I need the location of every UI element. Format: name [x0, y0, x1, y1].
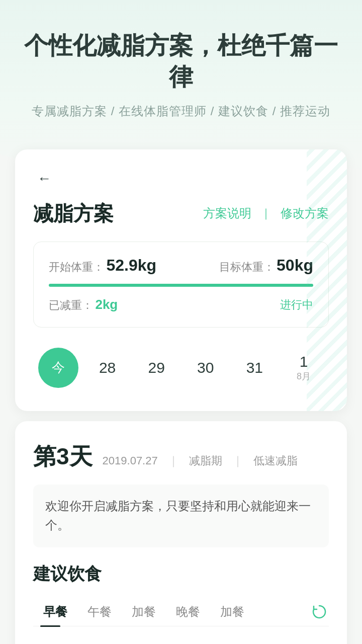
weight-lost-group: 已减重： 2kg	[49, 297, 118, 313]
weight-lost-value: 2kg	[95, 297, 118, 312]
calendar-day-1[interactable]: 1 8月	[284, 348, 324, 388]
plan-modify-button[interactable]: 修改方案	[281, 205, 329, 221]
refresh-icon-svg	[311, 604, 327, 620]
diet-title: 建议饮食	[33, 562, 329, 586]
back-button[interactable]: ←	[33, 168, 55, 190]
main-plan-card: ← 减脂方案 方案说明 ｜ 修改方案 开始体重： 52.9kg 目标体重： 50…	[15, 149, 347, 411]
cal-month-august: 8月	[297, 370, 311, 382]
cal-day-29: 29	[148, 359, 165, 376]
tab-snack1[interactable]: 加餐	[122, 598, 166, 626]
tab-dinner[interactable]: 晚餐	[166, 598, 210, 626]
start-weight-value: 52.9kg	[106, 256, 156, 274]
calendar-day-29[interactable]: 29	[136, 348, 176, 388]
cal-day-1: 1	[300, 353, 308, 370]
calendar-day-30[interactable]: 30	[186, 348, 226, 388]
day-meta: 2019.07.27 ｜ 减脂期 ｜ 低速减脂	[103, 453, 298, 468]
welcome-text: 欢迎你开启减脂方案，只要坚持和用心就能迎来一个。	[33, 485, 329, 547]
card-header: 减脂方案 方案说明 ｜ 修改方案	[33, 200, 329, 227]
actions-divider: ｜	[260, 206, 272, 221]
diet-section: 建议饮食 早餐 午餐 加餐 晚餐 加餐	[33, 562, 329, 644]
weight-lost-row: 已减重： 2kg 进行中	[49, 297, 313, 313]
hero-title: 个性化减脂方案，杜绝千篇一律	[20, 30, 342, 93]
status-badge: 进行中	[280, 297, 313, 312]
day-header: 第3天 2019.07.27 ｜ 减脂期 ｜ 低速减脂	[33, 441, 329, 472]
calendar-strip: 今 28 29 30 31 1 8月	[33, 338, 329, 393]
card-title: 减脂方案	[33, 200, 114, 227]
refresh-button[interactable]	[310, 602, 329, 621]
day-number: 第3天	[33, 441, 93, 472]
day-meta-sep: ｜	[168, 453, 179, 468]
target-weight-value: 50kg	[277, 256, 313, 274]
hero-subtitle: 专属减脂方案 / 在线体脂管理师 / 建议饮食 / 推荐运动	[20, 103, 342, 119]
weight-row: 开始体重： 52.9kg 目标体重： 50kg	[49, 256, 313, 275]
cal-day-31: 31	[246, 359, 263, 376]
target-weight-group: 目标体重： 50kg	[219, 256, 313, 275]
target-weight-label: 目标体重：	[219, 261, 275, 273]
day-type: 低速减脂	[253, 453, 298, 468]
weight-lost-label: 已减重：	[49, 299, 93, 311]
weight-progress-bar	[49, 284, 313, 287]
meal-tabs: 早餐 午餐 加餐 晚餐 加餐	[33, 598, 329, 626]
day-phase: 减脂期	[189, 453, 222, 468]
tab-snack2[interactable]: 加餐	[210, 598, 254, 626]
start-weight-group: 开始体重： 52.9kg	[49, 256, 156, 275]
cal-day-30: 30	[197, 359, 214, 376]
day-meta-sep2: ｜	[232, 453, 243, 468]
tab-breakfast[interactable]: 早餐	[33, 598, 77, 626]
calendar-day-31[interactable]: 31	[234, 348, 275, 388]
start-weight-label: 开始体重：	[49, 261, 104, 273]
back-arrow-icon: ←	[37, 171, 51, 187]
tab-lunch[interactable]: 午餐	[77, 598, 122, 626]
plan-explain-button[interactable]: 方案说明	[203, 205, 251, 221]
card-actions: 方案说明 ｜ 修改方案	[203, 205, 329, 221]
calendar-today[interactable]: 今	[38, 348, 78, 388]
cal-day-today: 今	[52, 359, 65, 376]
food-item[interactable]: 粽子 1袋 ›	[33, 638, 329, 644]
day-date: 2019.07.27	[103, 454, 158, 467]
day-detail-section: 第3天 2019.07.27 ｜ 减脂期 ｜ 低速减脂 欢迎你开启减脂方案，只要…	[15, 421, 347, 644]
cal-day-28: 28	[99, 359, 116, 376]
weight-info-box: 开始体重： 52.9kg 目标体重： 50kg 已减重： 2kg 进行中	[33, 242, 329, 328]
calendar-day-28[interactable]: 28	[87, 348, 128, 388]
